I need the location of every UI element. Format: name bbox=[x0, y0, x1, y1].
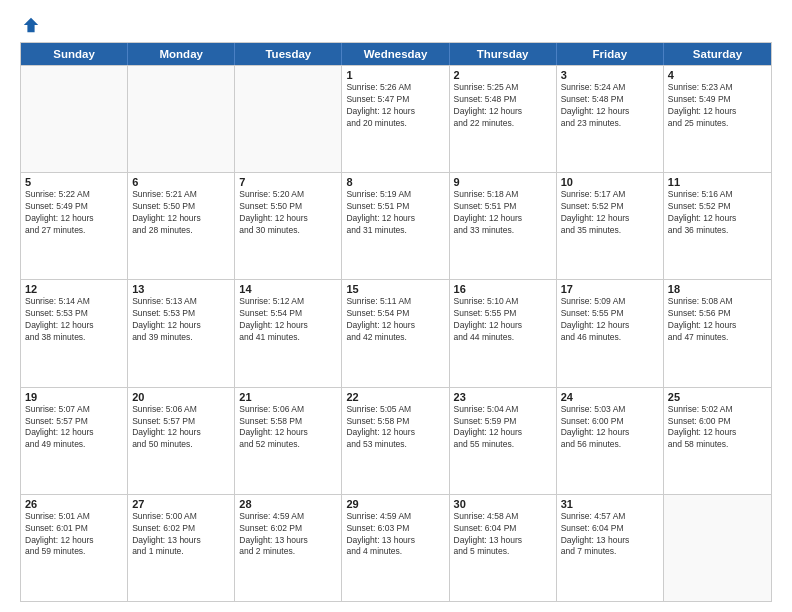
day-info: Sunrise: 5:22 AMSunset: 5:49 PMDaylight:… bbox=[25, 189, 123, 237]
day-number: 29 bbox=[346, 498, 444, 510]
calendar-row: 26Sunrise: 5:01 AMSunset: 6:01 PMDayligh… bbox=[21, 494, 771, 601]
day-info: Sunrise: 5:16 AMSunset: 5:52 PMDaylight:… bbox=[668, 189, 767, 237]
day-number: 5 bbox=[25, 176, 123, 188]
day-info: Sunrise: 5:18 AMSunset: 5:51 PMDaylight:… bbox=[454, 189, 552, 237]
calendar-row: 12Sunrise: 5:14 AMSunset: 5:53 PMDayligh… bbox=[21, 279, 771, 386]
calendar-cell: 13Sunrise: 5:13 AMSunset: 5:53 PMDayligh… bbox=[128, 280, 235, 386]
day-number: 13 bbox=[132, 283, 230, 295]
calendar-cell: 1Sunrise: 5:26 AMSunset: 5:47 PMDaylight… bbox=[342, 66, 449, 172]
day-info: Sunrise: 5:21 AMSunset: 5:50 PMDaylight:… bbox=[132, 189, 230, 237]
calendar-cell: 5Sunrise: 5:22 AMSunset: 5:49 PMDaylight… bbox=[21, 173, 128, 279]
day-number: 15 bbox=[346, 283, 444, 295]
day-number: 1 bbox=[346, 69, 444, 81]
page: SundayMondayTuesdayWednesdayThursdayFrid… bbox=[0, 0, 792, 612]
day-number: 22 bbox=[346, 391, 444, 403]
day-info: Sunrise: 5:12 AMSunset: 5:54 PMDaylight:… bbox=[239, 296, 337, 344]
day-number: 25 bbox=[668, 391, 767, 403]
day-info: Sunrise: 4:59 AMSunset: 6:02 PMDaylight:… bbox=[239, 511, 337, 559]
day-info: Sunrise: 5:06 AMSunset: 5:57 PMDaylight:… bbox=[132, 404, 230, 452]
calendar-cell: 10Sunrise: 5:17 AMSunset: 5:52 PMDayligh… bbox=[557, 173, 664, 279]
day-info: Sunrise: 5:13 AMSunset: 5:53 PMDaylight:… bbox=[132, 296, 230, 344]
day-number: 30 bbox=[454, 498, 552, 510]
calendar-cell: 21Sunrise: 5:06 AMSunset: 5:58 PMDayligh… bbox=[235, 388, 342, 494]
day-number: 23 bbox=[454, 391, 552, 403]
weekday-header: Friday bbox=[557, 43, 664, 65]
calendar-cell bbox=[664, 495, 771, 601]
day-info: Sunrise: 4:57 AMSunset: 6:04 PMDaylight:… bbox=[561, 511, 659, 559]
day-info: Sunrise: 5:10 AMSunset: 5:55 PMDaylight:… bbox=[454, 296, 552, 344]
day-number: 3 bbox=[561, 69, 659, 81]
day-info: Sunrise: 5:19 AMSunset: 5:51 PMDaylight:… bbox=[346, 189, 444, 237]
calendar-cell bbox=[235, 66, 342, 172]
day-info: Sunrise: 5:26 AMSunset: 5:47 PMDaylight:… bbox=[346, 82, 444, 130]
day-number: 12 bbox=[25, 283, 123, 295]
calendar-cell: 8Sunrise: 5:19 AMSunset: 5:51 PMDaylight… bbox=[342, 173, 449, 279]
header bbox=[20, 16, 772, 34]
day-number: 16 bbox=[454, 283, 552, 295]
weekday-header: Tuesday bbox=[235, 43, 342, 65]
day-number: 19 bbox=[25, 391, 123, 403]
calendar-cell: 22Sunrise: 5:05 AMSunset: 5:58 PMDayligh… bbox=[342, 388, 449, 494]
day-number: 17 bbox=[561, 283, 659, 295]
calendar-row: 19Sunrise: 5:07 AMSunset: 5:57 PMDayligh… bbox=[21, 387, 771, 494]
day-number: 18 bbox=[668, 283, 767, 295]
calendar-row: 5Sunrise: 5:22 AMSunset: 5:49 PMDaylight… bbox=[21, 172, 771, 279]
calendar-cell: 6Sunrise: 5:21 AMSunset: 5:50 PMDaylight… bbox=[128, 173, 235, 279]
calendar-cell: 25Sunrise: 5:02 AMSunset: 6:00 PMDayligh… bbox=[664, 388, 771, 494]
day-info: Sunrise: 4:59 AMSunset: 6:03 PMDaylight:… bbox=[346, 511, 444, 559]
day-number: 11 bbox=[668, 176, 767, 188]
day-number: 6 bbox=[132, 176, 230, 188]
day-number: 21 bbox=[239, 391, 337, 403]
calendar-cell: 9Sunrise: 5:18 AMSunset: 5:51 PMDaylight… bbox=[450, 173, 557, 279]
day-info: Sunrise: 5:11 AMSunset: 5:54 PMDaylight:… bbox=[346, 296, 444, 344]
day-number: 9 bbox=[454, 176, 552, 188]
weekday-header: Wednesday bbox=[342, 43, 449, 65]
day-number: 24 bbox=[561, 391, 659, 403]
calendar-cell: 15Sunrise: 5:11 AMSunset: 5:54 PMDayligh… bbox=[342, 280, 449, 386]
calendar-cell: 26Sunrise: 5:01 AMSunset: 6:01 PMDayligh… bbox=[21, 495, 128, 601]
day-number: 7 bbox=[239, 176, 337, 188]
calendar-cell: 20Sunrise: 5:06 AMSunset: 5:57 PMDayligh… bbox=[128, 388, 235, 494]
calendar-cell: 27Sunrise: 5:00 AMSunset: 6:02 PMDayligh… bbox=[128, 495, 235, 601]
svg-marker-0 bbox=[24, 18, 38, 32]
day-info: Sunrise: 5:20 AMSunset: 5:50 PMDaylight:… bbox=[239, 189, 337, 237]
calendar-cell: 23Sunrise: 5:04 AMSunset: 5:59 PMDayligh… bbox=[450, 388, 557, 494]
calendar-cell: 2Sunrise: 5:25 AMSunset: 5:48 PMDaylight… bbox=[450, 66, 557, 172]
day-info: Sunrise: 5:02 AMSunset: 6:00 PMDaylight:… bbox=[668, 404, 767, 452]
calendar-cell: 29Sunrise: 4:59 AMSunset: 6:03 PMDayligh… bbox=[342, 495, 449, 601]
logo bbox=[20, 16, 41, 34]
day-info: Sunrise: 5:09 AMSunset: 5:55 PMDaylight:… bbox=[561, 296, 659, 344]
calendar: SundayMondayTuesdayWednesdayThursdayFrid… bbox=[20, 42, 772, 602]
calendar-cell: 28Sunrise: 4:59 AMSunset: 6:02 PMDayligh… bbox=[235, 495, 342, 601]
calendar-header: SundayMondayTuesdayWednesdayThursdayFrid… bbox=[21, 43, 771, 65]
day-number: 28 bbox=[239, 498, 337, 510]
day-number: 20 bbox=[132, 391, 230, 403]
day-info: Sunrise: 5:04 AMSunset: 5:59 PMDaylight:… bbox=[454, 404, 552, 452]
logo-area bbox=[20, 16, 41, 34]
day-info: Sunrise: 5:08 AMSunset: 5:56 PMDaylight:… bbox=[668, 296, 767, 344]
calendar-cell: 30Sunrise: 4:58 AMSunset: 6:04 PMDayligh… bbox=[450, 495, 557, 601]
day-info: Sunrise: 5:07 AMSunset: 5:57 PMDaylight:… bbox=[25, 404, 123, 452]
day-number: 8 bbox=[346, 176, 444, 188]
calendar-cell: 14Sunrise: 5:12 AMSunset: 5:54 PMDayligh… bbox=[235, 280, 342, 386]
calendar-cell: 19Sunrise: 5:07 AMSunset: 5:57 PMDayligh… bbox=[21, 388, 128, 494]
calendar-cell bbox=[128, 66, 235, 172]
weekday-header: Saturday bbox=[664, 43, 771, 65]
day-info: Sunrise: 5:03 AMSunset: 6:00 PMDaylight:… bbox=[561, 404, 659, 452]
weekday-header: Thursday bbox=[450, 43, 557, 65]
day-number: 10 bbox=[561, 176, 659, 188]
day-info: Sunrise: 5:00 AMSunset: 6:02 PMDaylight:… bbox=[132, 511, 230, 559]
calendar-cell: 3Sunrise: 5:24 AMSunset: 5:48 PMDaylight… bbox=[557, 66, 664, 172]
calendar-cell: 16Sunrise: 5:10 AMSunset: 5:55 PMDayligh… bbox=[450, 280, 557, 386]
calendar-cell: 31Sunrise: 4:57 AMSunset: 6:04 PMDayligh… bbox=[557, 495, 664, 601]
day-info: Sunrise: 4:58 AMSunset: 6:04 PMDaylight:… bbox=[454, 511, 552, 559]
calendar-row: 1Sunrise: 5:26 AMSunset: 5:47 PMDaylight… bbox=[21, 65, 771, 172]
day-number: 2 bbox=[454, 69, 552, 81]
calendar-cell bbox=[21, 66, 128, 172]
day-info: Sunrise: 5:05 AMSunset: 5:58 PMDaylight:… bbox=[346, 404, 444, 452]
day-info: Sunrise: 5:23 AMSunset: 5:49 PMDaylight:… bbox=[668, 82, 767, 130]
day-number: 27 bbox=[132, 498, 230, 510]
calendar-cell: 12Sunrise: 5:14 AMSunset: 5:53 PMDayligh… bbox=[21, 280, 128, 386]
weekday-header: Sunday bbox=[21, 43, 128, 65]
logo-icon bbox=[22, 16, 40, 34]
